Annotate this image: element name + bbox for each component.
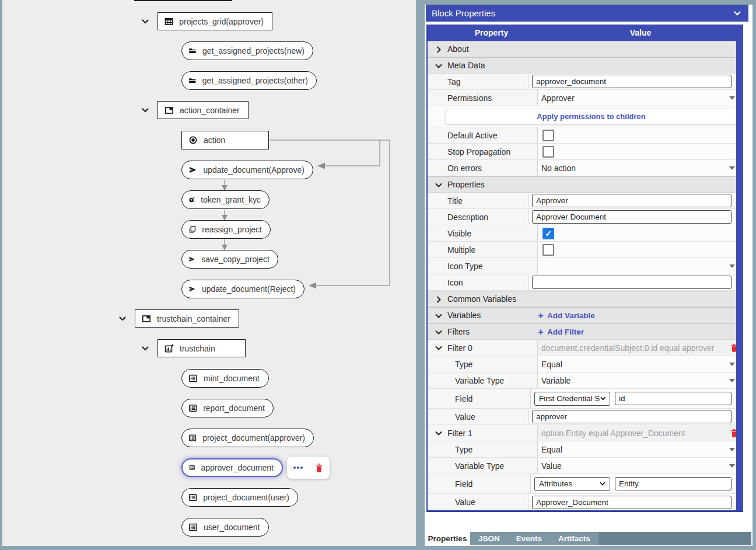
panel-header[interactable]: Block Properties xyxy=(426,5,748,22)
section-about[interactable]: About xyxy=(428,41,743,57)
section-variables[interactable]: Variables + Add Variable xyxy=(428,307,743,323)
dropdown-arrow-icon[interactable] xyxy=(729,464,735,468)
visible-checkbox[interactable] xyxy=(542,228,554,239)
tree-node-token-grant-kyc[interactable]: token_grant_kyc xyxy=(181,190,270,209)
chevron-down-icon[interactable] xyxy=(117,314,128,324)
chevron-down-icon[interactable] xyxy=(140,343,150,354)
add-filter-button[interactable]: + Add Filter xyxy=(538,327,584,337)
tree-node-clipped[interactable] xyxy=(134,0,232,1)
chevron-down-icon[interactable] xyxy=(434,429,443,438)
tree-node-update-document-approve[interactable]: update_document(Approve) xyxy=(181,161,313,179)
add-variable-button[interactable]: + Add Variable xyxy=(538,311,595,321)
on-errors-dropdown[interactable]: No action xyxy=(538,160,743,176)
tree-node-label: update_document(Reject) xyxy=(202,284,296,294)
row-filter-1-field: Field Attributes xyxy=(428,474,743,494)
tree-node-label: action xyxy=(204,135,225,145)
apply-permissions-button[interactable]: Apply permissions to children xyxy=(445,109,737,124)
delete-block-button[interactable] xyxy=(310,459,328,476)
dropdown-arrow-icon[interactable] xyxy=(729,96,735,100)
tree-node-projects-grid[interactable]: projects_grid(approver) xyxy=(158,12,272,30)
filter-variable-type-dropdown[interactable]: Value xyxy=(538,458,743,474)
field-select[interactable]: Attributes xyxy=(534,477,610,491)
row-filter-1-header[interactable]: Filter 1 option.Entity equal Approver_Do… xyxy=(428,425,743,441)
row-visible: Visible xyxy=(428,225,743,242)
row-label: Variable Type xyxy=(428,373,538,388)
dropdown-arrow-icon[interactable] xyxy=(729,166,735,170)
dropdown-arrow-icon[interactable] xyxy=(729,363,735,366)
tree-node-get-assigned-projects-new[interactable]: get_assigned_projects(new) xyxy=(181,41,313,60)
chevron-down-icon[interactable] xyxy=(434,328,443,337)
column-property: Property xyxy=(428,28,538,37)
chevron-right-icon[interactable] xyxy=(434,45,443,54)
chevron-right-icon[interactable] xyxy=(434,295,443,304)
tree-node-trustchain[interactable]: trustchain xyxy=(158,339,246,357)
default-active-checkbox[interactable] xyxy=(542,130,554,141)
section-common-variables[interactable]: Common Variables xyxy=(428,291,743,307)
row-stop-propagation: Stop Propagation xyxy=(428,144,743,160)
more-options-button[interactable] xyxy=(289,459,307,476)
tree-node-approver-document-selected[interactable]: approver_document xyxy=(181,458,283,477)
icon-type-dropdown[interactable] xyxy=(538,258,743,274)
filter-type-dropdown[interactable]: Equal xyxy=(538,356,743,372)
filter-value-input[interactable] xyxy=(532,496,732,509)
row-tag: Tag xyxy=(428,74,743,90)
tree-node-update-document-reject[interactable]: update_document(Reject) xyxy=(181,280,304,298)
tree-node-get-assigned-projects-other[interactable]: get_assigned_projects(other) xyxy=(181,71,317,90)
permissions-dropdown[interactable]: Approver xyxy=(538,90,743,106)
section-properties[interactable]: Properties xyxy=(428,176,743,193)
tree-node-mint-document[interactable]: mint_document xyxy=(181,369,269,388)
tree-node-label: project_document(user) xyxy=(203,493,289,502)
tree-node-save-copy-project[interactable]: save_copy_project xyxy=(181,250,278,269)
row-filter-0-header[interactable]: Filter 0 document.credentialSubject.0.id… xyxy=(428,340,743,356)
tree-node-trustchain-container[interactable]: trustchain_container xyxy=(135,309,239,328)
field-path-input[interactable] xyxy=(615,392,732,405)
chevron-down-icon[interactable] xyxy=(140,105,150,116)
tree-node-action-container[interactable]: action_container xyxy=(158,101,249,119)
title-input[interactable] xyxy=(532,194,732,207)
tag-input[interactable] xyxy=(532,75,732,88)
multiple-checkbox[interactable] xyxy=(542,244,554,256)
filter-value-input[interactable] xyxy=(532,410,732,423)
tree-node-reassign-project[interactable]: reassign_project xyxy=(181,220,271,239)
row-filter-0-variable-type: Variable Type Variable xyxy=(428,373,743,389)
tree-node-action[interactable]: action xyxy=(181,131,269,149)
stop-propagation-checkbox[interactable] xyxy=(542,146,554,158)
trash-icon xyxy=(314,463,324,473)
row-filter-1-variable-type: Variable Type Value xyxy=(428,458,743,474)
dropdown-arrow-icon[interactable] xyxy=(729,379,735,382)
tree-node-label: project_document(approver) xyxy=(202,433,305,443)
tab-properties[interactable]: Properties xyxy=(425,532,470,545)
tab-json[interactable]: JSON xyxy=(470,532,508,545)
chevron-down-icon[interactable] xyxy=(434,311,443,321)
tree-node-report-document[interactable]: report_document xyxy=(181,399,274,417)
tree-node-label: update_document(Approve) xyxy=(203,165,304,175)
field-select[interactable]: First Credential Su xyxy=(534,392,610,406)
row-label: Value xyxy=(428,409,528,424)
filter-type-dropdown[interactable]: Equal xyxy=(538,441,743,457)
tab-artifacts[interactable]: Artifacts xyxy=(550,532,598,545)
section-filters[interactable]: Filters + Add Filter xyxy=(428,323,743,340)
tree-node-project-document-approver[interactable]: project_document(approver) xyxy=(181,429,314,447)
select-chevron-icon xyxy=(600,396,606,401)
description-input[interactable] xyxy=(532,210,732,224)
tab-events[interactable]: Events xyxy=(508,532,550,545)
dropdown-arrow-icon[interactable] xyxy=(729,448,735,451)
tree-node-project-document-user[interactable]: project_document(user) xyxy=(181,488,298,507)
icon-input[interactable] xyxy=(532,276,732,289)
tree-node-user-document[interactable]: user_document xyxy=(181,518,269,537)
section-meta-data[interactable]: Meta Data xyxy=(428,57,743,74)
chevron-down-icon[interactable] xyxy=(434,343,443,353)
list-doc-icon xyxy=(188,374,198,383)
row-label: On errors xyxy=(428,160,538,176)
dropdown-arrow-icon[interactable] xyxy=(729,264,735,268)
collapse-panel-chevron-icon[interactable] xyxy=(732,8,743,19)
field-path-input[interactable] xyxy=(615,477,732,490)
tree-node-label: reassign_project xyxy=(202,225,262,234)
properties-scrollbar[interactable] xyxy=(736,41,743,510)
row-label: Value xyxy=(428,494,528,510)
filter-variable-type-dropdown[interactable]: Variable xyxy=(538,373,743,388)
chevron-down-icon[interactable] xyxy=(140,16,150,27)
chevron-down-icon[interactable] xyxy=(434,61,443,71)
chevron-down-icon[interactable] xyxy=(434,180,443,190)
properties-pane: Block Properties Property Value About Me… xyxy=(416,0,756,550)
